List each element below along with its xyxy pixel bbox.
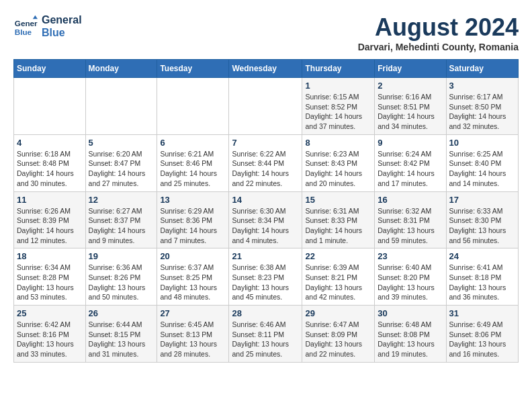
day-info: Sunrise: 6:33 AMSunset: 8:30 PMDaylight:… <box>449 206 515 246</box>
day-info: Sunrise: 6:39 AMSunset: 8:21 PMDaylight:… <box>305 263 371 302</box>
day-number: 17 <box>449 195 515 205</box>
day-number: 11 <box>17 195 83 205</box>
day-cell: 5Sunrise: 6:20 AMSunset: 8:47 PMDaylight… <box>85 134 157 191</box>
day-cell: 27Sunrise: 6:45 AMSunset: 8:13 PMDayligh… <box>157 306 229 363</box>
day-cell: 9Sunrise: 6:24 AMSunset: 8:42 PMDaylight… <box>375 134 446 191</box>
day-cell: 25Sunrise: 6:42 AMSunset: 8:16 PMDayligh… <box>14 306 86 363</box>
day-number: 29 <box>305 308 371 318</box>
day-number: 5 <box>89 138 154 148</box>
day-info: Sunrise: 6:37 AMSunset: 8:25 PMDaylight:… <box>160 263 226 302</box>
day-info: Sunrise: 6:27 AMSunset: 8:37 PMDaylight:… <box>89 206 154 246</box>
day-number: 22 <box>305 251 371 261</box>
day-info: Sunrise: 6:47 AMSunset: 8:09 PMDaylight:… <box>305 320 371 359</box>
day-info: Sunrise: 6:36 AMSunset: 8:26 PMDaylight:… <box>89 263 154 302</box>
day-number: 30 <box>378 308 443 318</box>
day-cell: 28Sunrise: 6:46 AMSunset: 8:11 PMDayligh… <box>229 306 302 363</box>
header-cell-wednesday: Wednesday <box>229 60 302 78</box>
day-cell: 26Sunrise: 6:44 AMSunset: 8:15 PMDayligh… <box>85 306 157 363</box>
svg-text:General: General <box>15 19 38 28</box>
day-cell: 17Sunrise: 6:33 AMSunset: 8:30 PMDayligh… <box>446 191 518 248</box>
day-info: Sunrise: 6:18 AMSunset: 8:48 PMDaylight:… <box>17 149 83 189</box>
day-cell: 6Sunrise: 6:21 AMSunset: 8:46 PMDaylight… <box>157 134 229 191</box>
day-number: 12 <box>89 195 154 205</box>
day-info: Sunrise: 6:21 AMSunset: 8:46 PMDaylight:… <box>160 149 226 189</box>
day-cell: 29Sunrise: 6:47 AMSunset: 8:09 PMDayligh… <box>302 306 375 363</box>
week-row-2: 4Sunrise: 6:18 AMSunset: 8:48 PMDaylight… <box>14 134 519 191</box>
day-info: Sunrise: 6:48 AMSunset: 8:08 PMDaylight:… <box>378 320 443 359</box>
day-cell <box>85 78 157 135</box>
day-number: 24 <box>449 251 515 261</box>
day-cell: 3Sunrise: 6:17 AMSunset: 8:50 PMDaylight… <box>446 78 518 135</box>
day-cell: 4Sunrise: 6:18 AMSunset: 8:48 PMDaylight… <box>14 134 86 191</box>
day-number: 18 <box>17 251 83 261</box>
day-number: 4 <box>17 138 83 148</box>
day-info: Sunrise: 6:49 AMSunset: 8:06 PMDaylight:… <box>449 320 515 359</box>
day-number: 20 <box>160 251 226 261</box>
day-number: 25 <box>17 308 83 318</box>
logo-icon: General Blue <box>13 14 38 38</box>
day-info: Sunrise: 6:23 AMSunset: 8:43 PMDaylight:… <box>305 149 371 189</box>
day-info: Sunrise: 6:30 AMSunset: 8:34 PMDaylight:… <box>232 206 299 246</box>
day-info: Sunrise: 6:38 AMSunset: 8:23 PMDaylight:… <box>232 263 299 302</box>
header-cell-sunday: Sunday <box>14 60 86 78</box>
day-number: 21 <box>232 251 299 261</box>
day-info: Sunrise: 6:25 AMSunset: 8:40 PMDaylight:… <box>449 149 515 189</box>
day-number: 7 <box>232 138 299 148</box>
title-section: August 2024 Darvari, Mehedinti County, R… <box>358 13 519 52</box>
day-number: 2 <box>378 81 443 91</box>
day-cell: 14Sunrise: 6:30 AMSunset: 8:34 PMDayligh… <box>229 191 302 248</box>
header-cell-friday: Friday <box>375 60 446 78</box>
header: General Blue General Blue August 2024 Da… <box>13 13 519 52</box>
logo-line1: General <box>42 13 82 26</box>
day-cell: 12Sunrise: 6:27 AMSunset: 8:37 PMDayligh… <box>85 191 157 248</box>
day-info: Sunrise: 6:29 AMSunset: 8:36 PMDaylight:… <box>160 206 226 246</box>
day-number: 14 <box>232 195 299 205</box>
svg-marker-2 <box>33 15 38 19</box>
day-number: 8 <box>305 138 371 148</box>
day-info: Sunrise: 6:41 AMSunset: 8:18 PMDaylight:… <box>449 263 515 302</box>
day-number: 13 <box>160 195 226 205</box>
logo-line2: Blue <box>42 26 82 39</box>
day-number: 26 <box>89 308 154 318</box>
day-cell: 2Sunrise: 6:16 AMSunset: 8:51 PMDaylight… <box>375 78 446 135</box>
location: Darvari, Mehedinti County, Romania <box>358 42 519 52</box>
day-info: Sunrise: 6:16 AMSunset: 8:51 PMDaylight:… <box>378 92 443 132</box>
day-cell <box>229 78 302 135</box>
day-cell: 31Sunrise: 6:49 AMSunset: 8:06 PMDayligh… <box>446 306 518 363</box>
header-cell-thursday: Thursday <box>302 60 375 78</box>
header-cell-monday: Monday <box>85 60 157 78</box>
logo: General Blue General Blue <box>13 13 82 39</box>
day-cell: 10Sunrise: 6:25 AMSunset: 8:40 PMDayligh… <box>446 134 518 191</box>
day-cell: 18Sunrise: 6:34 AMSunset: 8:28 PMDayligh… <box>14 248 86 306</box>
day-number: 23 <box>378 251 443 261</box>
day-number: 15 <box>305 195 371 205</box>
day-cell: 22Sunrise: 6:39 AMSunset: 8:21 PMDayligh… <box>302 248 375 306</box>
day-cell: 30Sunrise: 6:48 AMSunset: 8:08 PMDayligh… <box>375 306 446 363</box>
day-info: Sunrise: 6:20 AMSunset: 8:47 PMDaylight:… <box>89 149 154 189</box>
day-number: 28 <box>232 308 299 318</box>
day-number: 10 <box>449 138 515 148</box>
day-cell: 21Sunrise: 6:38 AMSunset: 8:23 PMDayligh… <box>229 248 302 306</box>
day-cell: 19Sunrise: 6:36 AMSunset: 8:26 PMDayligh… <box>85 248 157 306</box>
day-info: Sunrise: 6:31 AMSunset: 8:33 PMDaylight:… <box>305 206 371 246</box>
day-info: Sunrise: 6:45 AMSunset: 8:13 PMDaylight:… <box>160 320 226 359</box>
header-row: SundayMondayTuesdayWednesdayThursdayFrid… <box>14 60 519 78</box>
week-row-4: 18Sunrise: 6:34 AMSunset: 8:28 PMDayligh… <box>14 248 519 306</box>
day-info: Sunrise: 6:22 AMSunset: 8:44 PMDaylight:… <box>232 149 299 189</box>
day-number: 31 <box>449 308 515 318</box>
day-cell: 1Sunrise: 6:15 AMSunset: 8:52 PMDaylight… <box>302 78 375 135</box>
week-row-5: 25Sunrise: 6:42 AMSunset: 8:16 PMDayligh… <box>14 306 519 363</box>
day-info: Sunrise: 6:32 AMSunset: 8:31 PMDaylight:… <box>378 206 443 246</box>
day-cell: 16Sunrise: 6:32 AMSunset: 8:31 PMDayligh… <box>375 191 446 248</box>
day-cell: 20Sunrise: 6:37 AMSunset: 8:25 PMDayligh… <box>157 248 229 306</box>
day-number: 16 <box>378 195 443 205</box>
day-info: Sunrise: 6:44 AMSunset: 8:15 PMDaylight:… <box>89 320 154 359</box>
day-cell: 23Sunrise: 6:40 AMSunset: 8:20 PMDayligh… <box>375 248 446 306</box>
day-cell: 24Sunrise: 6:41 AMSunset: 8:18 PMDayligh… <box>446 248 518 306</box>
day-cell: 7Sunrise: 6:22 AMSunset: 8:44 PMDaylight… <box>229 134 302 191</box>
day-number: 3 <box>449 81 515 91</box>
week-row-3: 11Sunrise: 6:26 AMSunset: 8:39 PMDayligh… <box>14 191 519 248</box>
week-row-1: 1Sunrise: 6:15 AMSunset: 8:52 PMDaylight… <box>14 78 519 135</box>
day-cell: 11Sunrise: 6:26 AMSunset: 8:39 PMDayligh… <box>14 191 86 248</box>
day-info: Sunrise: 6:26 AMSunset: 8:39 PMDaylight:… <box>17 206 83 246</box>
